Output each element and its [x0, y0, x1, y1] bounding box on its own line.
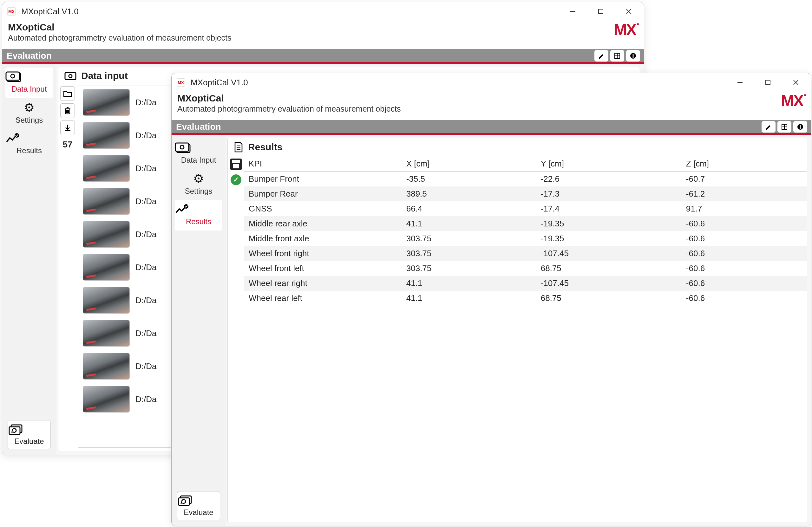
mx-logo: MX	[781, 93, 805, 109]
left-nav: Data Input ⚙ Settings Results Evaluate	[2, 64, 56, 455]
table-row[interactable]: Wheel rear right41.1-107.45-60.6	[244, 276, 807, 291]
window-title: MXoptiCal V1.0	[191, 78, 248, 88]
table-row[interactable]: GNSS66.4-17.491.7	[244, 201, 807, 216]
cell-x: 66.4	[402, 201, 536, 216]
cell-z: -60.6	[682, 231, 807, 246]
edit-icon[interactable]	[594, 50, 608, 61]
refresh-icon	[8, 424, 50, 436]
table-header-row: KPI X [cm] Y [cm] Z [cm]	[244, 156, 807, 172]
maximize-button[interactable]	[755, 75, 781, 90]
grid-icon[interactable]	[610, 50, 624, 61]
evaluate-button[interactable]: Evaluate	[8, 420, 51, 449]
svg-point-35	[800, 125, 801, 126]
delete-button[interactable]	[60, 103, 75, 118]
thumbnail	[83, 89, 130, 116]
svg-rect-1	[598, 9, 603, 14]
svg-rect-36	[800, 126, 801, 129]
nav-label: Results	[16, 146, 42, 155]
file-path: D:/Da	[135, 196, 156, 206]
results-tools: ✓	[228, 156, 244, 522]
app-tagline: Automated photogrammetry evaluation of m…	[177, 104, 781, 114]
file-path: D:/Da	[135, 98, 156, 107]
cell-kpi: Bumper Rear	[244, 187, 402, 201]
table-row[interactable]: Wheel front right303.75-107.45-60.6	[244, 246, 807, 261]
nav-label: Data Input	[181, 156, 216, 164]
camera-icon	[175, 142, 222, 155]
minimize-button[interactable]	[560, 4, 585, 19]
file-path: D:/Da	[135, 230, 156, 239]
table-row[interactable]: Bumper Front-35.5-22.6-60.7	[244, 172, 807, 187]
cell-x: 41.1	[402, 291, 536, 306]
cell-kpi: Bumper Front	[244, 172, 402, 187]
section-bar: Evaluation	[172, 120, 811, 135]
svg-rect-42	[178, 498, 189, 506]
evaluate-label: Evaluate	[184, 508, 213, 516]
download-button[interactable]	[60, 120, 75, 135]
nav-label: Results	[186, 217, 211, 226]
nav-results[interactable]: Results	[175, 200, 222, 231]
window-title: MXoptiCal V1.0	[21, 7, 79, 16]
close-button[interactable]	[783, 75, 809, 90]
table-row[interactable]: Middle rear axle41.1-19.35-60.6	[244, 216, 807, 231]
cell-kpi: Wheel front left	[244, 261, 402, 276]
nav-results[interactable]: Results	[5, 129, 53, 160]
section-title: Evaluation	[7, 51, 52, 61]
file-path: D:/Da	[135, 131, 156, 141]
svg-point-18	[69, 74, 72, 78]
thumbnail	[83, 254, 130, 281]
svg-rect-28	[766, 80, 770, 85]
grid-icon[interactable]	[778, 121, 792, 133]
cell-x: 303.75	[402, 231, 536, 246]
table-row[interactable]: Middle front axle303.75-19.35-60.6	[244, 231, 807, 246]
cell-kpi: Wheel rear right	[244, 276, 402, 291]
camera-icon	[64, 71, 77, 80]
titlebar[interactable]: MX MXoptiCal V1.0	[2, 2, 644, 20]
thumbnail	[83, 221, 130, 248]
section-title: Evaluation	[176, 122, 221, 132]
nav-data-input[interactable]: Data Input	[5, 68, 53, 98]
cell-y: -107.45	[536, 246, 682, 261]
cell-y: -107.45	[536, 276, 682, 291]
cell-kpi: Wheel rear left	[244, 291, 402, 306]
cell-z: -60.6	[682, 291, 807, 306]
open-folder-button[interactable]	[60, 86, 75, 101]
svg-point-40	[184, 204, 188, 209]
col-y[interactable]: Y [cm]	[536, 156, 682, 172]
edit-icon[interactable]	[762, 121, 775, 133]
cell-kpi: GNSS	[244, 201, 402, 216]
thumbnail	[83, 386, 130, 412]
save-icon[interactable]	[230, 159, 242, 170]
table-row[interactable]: Bumper Rear389.5-17.3-61.2	[244, 187, 807, 201]
thumbnail	[83, 122, 130, 149]
gear-icon: ⚙	[175, 172, 222, 186]
gear-icon: ⚙	[5, 101, 53, 115]
cell-y: -19.35	[536, 216, 682, 231]
evaluate-button[interactable]: Evaluate	[177, 491, 220, 520]
results-table-wrap[interactable]: KPI X [cm] Y [cm] Z [cm] Bumper Front-35…	[244, 156, 807, 522]
nav-settings[interactable]: ⚙ Settings	[175, 169, 222, 200]
svg-rect-11	[6, 72, 19, 80]
file-path: D:/Da	[135, 394, 156, 404]
table-row[interactable]: Wheel front left303.7568.75-60.6	[244, 261, 807, 276]
minimize-button[interactable]	[727, 75, 753, 90]
cell-x: 41.1	[402, 216, 536, 231]
cell-y: -17.4	[536, 201, 682, 216]
cell-z: -60.6	[682, 246, 807, 261]
nav-settings[interactable]: ⚙ Settings	[5, 98, 53, 129]
app-tagline: Automated photogrammetry evaluation of m…	[8, 33, 614, 43]
col-x[interactable]: X [cm]	[402, 156, 536, 172]
close-button[interactable]	[616, 4, 641, 19]
titlebar[interactable]: MX MXoptiCal V1.0	[172, 73, 811, 92]
cell-x: 303.75	[402, 246, 536, 261]
nav-label: Settings	[16, 116, 43, 124]
maximize-button[interactable]	[588, 4, 613, 19]
results-table: KPI X [cm] Y [cm] Z [cm] Bumper Front-35…	[244, 156, 807, 306]
col-kpi[interactable]: KPI	[244, 156, 402, 172]
cell-y: -22.6	[536, 172, 682, 187]
table-row[interactable]: Wheel rear left41.168.75-60.6	[244, 291, 807, 306]
col-z[interactable]: Z [cm]	[682, 156, 807, 172]
info-icon[interactable]	[793, 121, 807, 133]
info-icon[interactable]	[626, 50, 640, 61]
nav-data-input[interactable]: Data Input	[175, 138, 222, 169]
thumbnail	[83, 155, 130, 182]
